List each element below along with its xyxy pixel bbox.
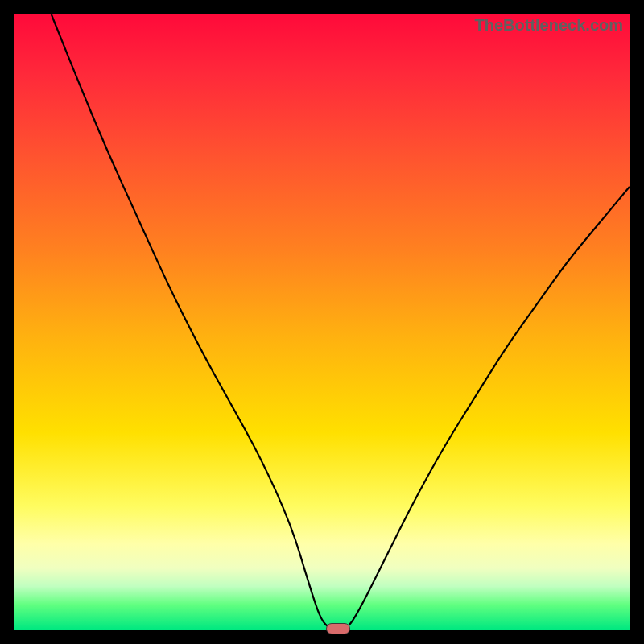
plot-area: TheBottleneck.com <box>14 14 630 630</box>
watermark: TheBottleneck.com <box>475 16 623 35</box>
optimum-marker <box>326 623 350 634</box>
chart-container: TheBottleneck.com <box>0 0 644 644</box>
bottleneck-curve <box>14 14 630 630</box>
